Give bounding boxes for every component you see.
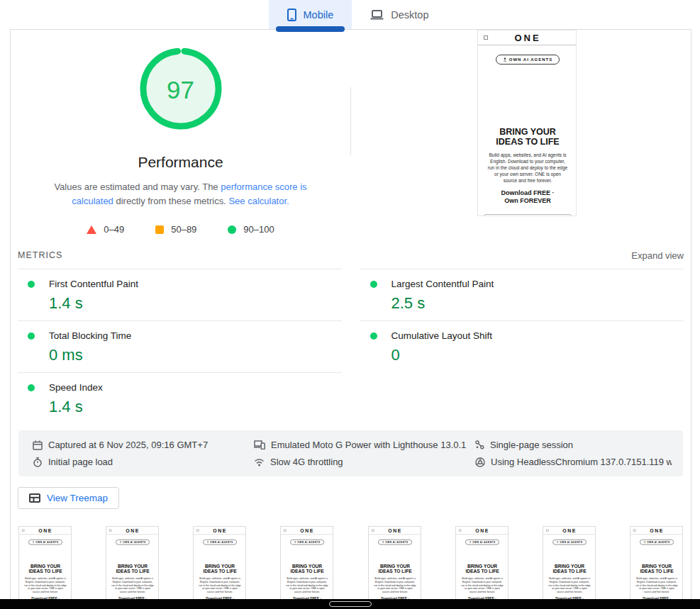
screenshot-header: ONE <box>194 527 246 535</box>
average-square-icon <box>155 225 164 234</box>
agents-pill-label: OWN AI AGENTS <box>560 541 583 543</box>
agents-pill-label: OWN AI AGENTS <box>298 541 321 543</box>
performance-summary: 97 Performance Values are estimated and … <box>11 30 691 246</box>
site-logo: ONE <box>475 527 489 533</box>
metric-total-blocking-time: Total Blocking Time 0 ms <box>18 320 342 372</box>
category-title: Performance <box>11 154 350 171</box>
site-logo: ONE <box>514 33 540 43</box>
pass-dot-icon <box>370 281 377 288</box>
description-text: Values are estimated and may vary. The <box>54 181 221 192</box>
filmstrip-frame: ONE OWN AI AGENTS BRING YOUR IDEAS TO LI… <box>630 526 683 609</box>
menu-icon <box>633 530 635 532</box>
site-logo: ONE <box>562 527 577 533</box>
hero-body: Build apps, websites, and AI agents is E… <box>630 574 683 594</box>
hero-heading: BRING YOUR IDEAS TO LIFE <box>543 564 596 574</box>
menu-icon <box>546 530 548 532</box>
agents-pill-label: OWN AI AGENTS <box>123 541 146 543</box>
hero-heading: BRING YOUR IDEAS TO LIFE <box>106 564 159 574</box>
metric-largest-contentful-paint: Largest Contentful Paint 2.5 s <box>360 269 684 320</box>
menu-icon <box>22 530 24 532</box>
filmstrip: ONE OWN AI AGENTS BRING YOUR IDEAS TO LI… <box>11 526 691 609</box>
menu-icon <box>459 530 461 532</box>
site-logo: ONE <box>388 527 402 533</box>
legend-fail: 0–49 <box>87 224 124 235</box>
screenshot-header: ONE <box>106 527 159 535</box>
tab-desktop[interactable]: Desktop <box>352 0 447 29</box>
phone-icon <box>287 9 296 21</box>
run-environment-box: Captured at 6 Nov 2025, 09:16 GMT+7 Emul… <box>18 430 683 476</box>
screenshot-header: ONE <box>543 527 596 535</box>
laptop-icon <box>370 10 384 20</box>
final-screenshot-preview: ONE OWN AI AGENTS BRING YOUR IDEAS TO LI… <box>477 30 577 216</box>
filmstrip-page: ONE OWN AI AGENTS BRING YOUR IDEAS TO LI… <box>106 527 159 609</box>
metric-first-contentful-paint: First Contentful Paint 1.4 s <box>18 269 342 320</box>
pass-dot-icon <box>28 333 35 340</box>
site-logo: ONE <box>650 527 664 533</box>
menu-icon <box>484 35 488 40</box>
agents-pill: OWN AI AGENTS <box>496 55 560 65</box>
filmstrip-page: ONE OWN AI AGENTS BRING YOUR IDEAS TO LI… <box>456 527 509 609</box>
metric-empty-cell <box>360 372 684 424</box>
metric-cumulative-layout-shift: Cumulative Layout Shift 0 <box>360 320 684 372</box>
screenshot-header: ONE <box>630 527 683 535</box>
screenshot-page: ONE OWN AI AGENTS BRING YOUR IDEAS TO LI… <box>478 30 577 216</box>
throttling-mode[interactable]: Slow 4G throttling <box>254 457 475 467</box>
view-treemap-button[interactable]: View Treemap <box>18 487 119 509</box>
legend-fail-range: 0–49 <box>104 224 124 235</box>
session-icon <box>475 440 484 449</box>
agents-pill: OWN AI AGENTS <box>552 540 587 544</box>
screenshot-header: ONE <box>19 527 72 535</box>
performance-gauge[interactable]: 97 <box>140 48 222 133</box>
agents-pill: OWN AI AGENTS <box>640 540 674 544</box>
page-load-type: Initial page load <box>33 457 254 467</box>
filmstrip-page: ONE OWN AI AGENTS BRING YOUR IDEAS TO LI… <box>369 527 421 609</box>
captured-at: Captured at 6 Nov 2025, 09:16 GMT+7 <box>33 440 254 450</box>
pass-circle-icon <box>228 225 236 234</box>
agent-icon <box>120 541 122 543</box>
lighthouse-report-card: 97 Performance Values are estimated and … <box>10 29 691 609</box>
filmstrip-frame: ONE OWN AI AGENTS BRING YOUR IDEAS TO LI… <box>368 526 421 609</box>
hero-heading: BRING YOUR IDEAS TO LIFE <box>369 564 421 574</box>
filmstrip-page: ONE OWN AI AGENTS BRING YOUR IDEAS TO LI… <box>19 527 72 609</box>
expand-view-toggle[interactable]: Expand view <box>631 250 684 261</box>
menu-icon <box>284 530 287 532</box>
metric-speed-index: Speed Index 1.4 s <box>18 372 342 424</box>
treemap-icon <box>29 493 40 503</box>
legend-pass-range: 90–100 <box>243 224 274 235</box>
scrubber-handle[interactable] <box>329 601 372 607</box>
hero-heading: BRING YOUR IDEAS TO LIFE <box>194 564 246 574</box>
pass-dot-icon <box>370 333 377 340</box>
filmstrip-frame: ONE OWN AI AGENTS BRING YOUR IDEAS TO LI… <box>543 526 596 609</box>
site-logo: ONE <box>38 527 52 533</box>
devices-icon <box>254 440 265 449</box>
session-type[interactable]: Single-page session <box>475 440 672 450</box>
agents-pill: OWN AI AGENTS <box>378 540 412 544</box>
calendar-icon <box>33 440 43 450</box>
screenshot-header: ONE <box>369 527 421 535</box>
tab-indicator <box>276 26 345 32</box>
tab-mobile[interactable]: Mobile <box>269 0 352 29</box>
agent-icon <box>207 541 209 543</box>
hero-heading: BRING YOUR IDEAS TO LIFE <box>281 564 333 574</box>
agents-pill-label: OWN AI AGENTS <box>472 541 496 543</box>
emulated-device[interactable]: Emulated Moto G Power with Lighthouse 13… <box>254 440 475 450</box>
metrics-grid: First Contentful Paint 1.4 s Largest Con… <box>11 269 691 424</box>
pass-dot-icon <box>28 281 35 288</box>
hero-body: Build apps, websites, and AI agents is E… <box>478 147 577 184</box>
description-text-2: directly from these metrics. <box>113 196 229 206</box>
hero-body: Build apps, websites, and AI agents is E… <box>456 574 509 594</box>
hero-heading: BRING YOUR IDEAS TO LIFE <box>630 564 683 574</box>
summary-divider <box>350 87 351 155</box>
tab-mobile-label: Mobile <box>304 9 334 21</box>
hero-body: Build apps, websites, and AI agents is E… <box>369 574 421 594</box>
see-calculator-link[interactable]: See calculator. <box>228 196 289 206</box>
legend-average: 50–89 <box>155 224 196 235</box>
agents-pill-label: OWN AI AGENTS <box>647 541 670 543</box>
filmstrip-frame: ONE OWN AI AGENTS BRING YOUR IDEAS TO LI… <box>455 526 509 609</box>
browser-version[interactable]: Using HeadlessChromium 137.0.7151.119 wi… <box>475 457 672 467</box>
hero-cta: Download FREE · Own FOREVER <box>478 189 577 205</box>
agents-pill-label: OWN AI AGENTS <box>210 541 233 543</box>
agents-pill: OWN AI AGENTS <box>116 540 150 544</box>
metrics-header-row: METRICS Expand view <box>11 247 691 263</box>
site-logo: ONE <box>301 527 315 533</box>
